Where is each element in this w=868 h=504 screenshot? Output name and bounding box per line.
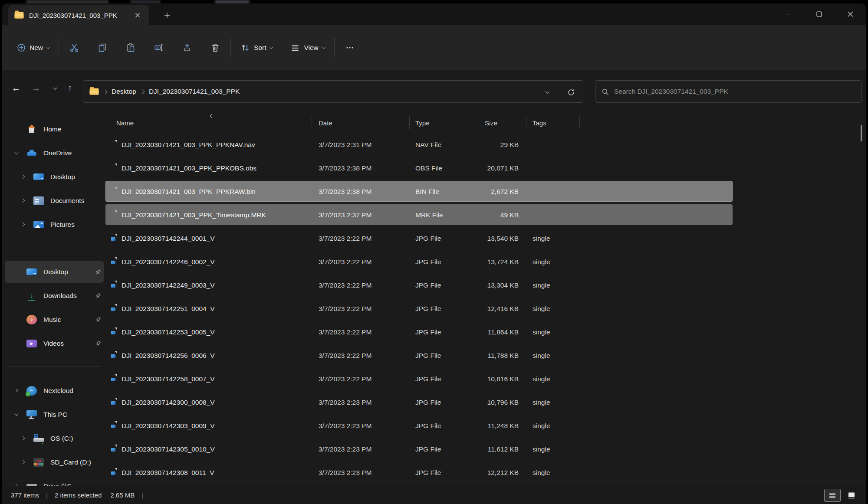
sidebar-item-desktop[interactable]: Desktop	[2, 260, 107, 284]
sidebar-item-music[interactable]: Music	[2, 308, 107, 331]
file-row[interactable]: DJI_20230307142305_0010_V3/7/2023 2:23 P…	[102, 438, 866, 461]
chevron-down-icon	[322, 45, 326, 49]
file-row[interactable]: DJI_202303071421_003_PPK_Timestamp.MRK3/…	[102, 203, 866, 227]
column-separator[interactable]	[579, 116, 580, 129]
sidebar-item-nextcloud[interactable]: Nextcloud	[2, 379, 107, 403]
column-separator[interactable]	[526, 116, 526, 129]
vertical-scrollbar-thumb[interactable]	[861, 125, 862, 141]
sidebar-item-os-c[interactable]: OS (C:)	[2, 426, 107, 450]
file-date-cell: 3/7/2023 2:23 PM	[319, 461, 372, 484]
status-divider: |	[141, 491, 143, 499]
column-separator[interactable]	[312, 116, 312, 129]
chevron-slot	[12, 151, 20, 154]
osdrive-icon	[33, 438, 44, 442]
address-dropdown-chevron-icon[interactable]	[545, 89, 549, 94]
file-row[interactable]: DJI_202303071421_003_PPK_PPKNAV.nav3/7/2…	[102, 133, 866, 157]
thumbnails-view-button[interactable]	[843, 489, 860, 502]
more-options-button[interactable]	[340, 36, 360, 59]
expand-chevron-icon[interactable]	[13, 389, 18, 393]
details-view-button[interactable]	[824, 489, 841, 502]
file-row[interactable]: DJI_20230307142300_0008_V3/7/2023 2:23 P…	[102, 391, 866, 414]
close-window-button[interactable]	[835, 3, 866, 24]
status-bar: 377 items | 2 items selected 2.65 MB |	[2, 486, 866, 504]
sidebar-item-desktop[interactable]: Desktop	[2, 165, 107, 189]
refresh-button[interactable]	[565, 86, 578, 99]
view-button[interactable]: View	[286, 36, 329, 59]
rename-button[interactable]: A	[149, 36, 169, 59]
search-input[interactable]	[614, 88, 855, 95]
pin-icon	[95, 317, 101, 323]
new-button[interactable]: New	[13, 36, 53, 59]
sidebar-item-home[interactable]: Home	[2, 117, 107, 141]
maximize-button[interactable]	[803, 3, 835, 24]
file-row[interactable]: DJI_20230307142303_0009_V3/7/2023 2:23 P…	[102, 414, 866, 438]
sidebar-item-label: Drive (\\S	[43, 482, 72, 486]
expand-chevron-icon[interactable]	[20, 175, 25, 179]
file-date-cell: 3/7/2023 2:22 PM	[319, 367, 372, 391]
paste-button[interactable]	[121, 36, 141, 59]
delete-button[interactable]	[205, 36, 225, 59]
expand-chevron-icon[interactable]	[14, 412, 18, 416]
column-separator[interactable]	[409, 116, 410, 129]
column-separator[interactable]	[479, 116, 479, 129]
breadcrumb-segment-current[interactable]: DJI_202303071421_003_PPK	[149, 88, 240, 95]
sidebar-item-pictures[interactable]: Pictures	[2, 213, 107, 236]
sidebar-item-onedrive[interactable]: OneDrive	[2, 141, 107, 165]
minimize-button[interactable]	[772, 3, 803, 24]
file-size-cell: 10,796 KB	[432, 391, 519, 414]
file-row[interactable]: DJI_20230307142249_0003_V3/7/2023 2:22 P…	[102, 274, 866, 297]
column-header-size[interactable]: Size	[485, 112, 497, 133]
file-row[interactable]: DJI_20230307142251_0004_V3/7/2023 2:22 P…	[102, 297, 866, 321]
file-row[interactable]: DJI_20230307142253_0005_V3/7/2023 2:22 P…	[102, 321, 866, 344]
file-name-cell: DJI_202303071421_003_PPK_PPKRAW.bin	[122, 180, 256, 203]
chevron-slot	[19, 199, 26, 202]
expand-chevron-icon[interactable]	[14, 150, 18, 154]
column-header-type[interactable]: Type	[415, 112, 430, 133]
sidebar-item-documents[interactable]: Documents	[2, 189, 107, 213]
forward-button[interactable]: →	[27, 79, 45, 97]
up-button[interactable]: ↑	[61, 79, 79, 97]
sort-ascending-icon	[210, 114, 214, 118]
pin-icon	[95, 293, 101, 299]
recent-locations-button[interactable]	[46, 79, 63, 97]
file-size-cell: 13,304 KB	[432, 274, 519, 297]
column-header-date[interactable]: Date	[319, 112, 332, 133]
chevron-slot	[19, 461, 26, 464]
cut-button[interactable]	[64, 36, 84, 59]
file-row[interactable]: DJI_20230307142308_0011_V3/7/2023 2:23 P…	[102, 461, 866, 484]
file-row[interactable]: DJI_202303071421_003_PPK_PPKOBS.obs3/7/2…	[102, 157, 866, 180]
share-button[interactable]	[177, 36, 197, 59]
expand-chevron-icon[interactable]	[20, 199, 25, 203]
file-date-cell: 3/7/2023 2:22 PM	[319, 227, 372, 250]
file-row[interactable]: DJI_20230307142256_0006_V3/7/2023 2:22 P…	[102, 344, 866, 367]
copy-button[interactable]	[92, 36, 112, 59]
column-header-tags[interactable]: Tags	[533, 112, 546, 133]
sidebar-item-this-pc[interactable]: This PC	[2, 403, 107, 426]
breadcrumb-segment-desktop[interactable]: Desktop	[112, 88, 136, 95]
address-bar[interactable]: Desktop DJI_202303071421_003_PPK	[83, 80, 583, 103]
title-bar: DJI_202303071421_003_PPK	[2, 3, 866, 25]
file-row[interactable]: DJI_20230307142244_0001_V3/7/2023 2:22 P…	[102, 227, 866, 250]
expand-chevron-icon[interactable]	[20, 436, 25, 441]
back-button[interactable]: ←	[7, 79, 25, 97]
file-row[interactable]: DJI_202303071421_003_PPK_PPKRAW.bin3/7/2…	[102, 180, 866, 203]
sort-button[interactable]: Sort	[236, 36, 276, 59]
sidebar-item-sd-card-d[interactable]: SD_Card (D:)	[2, 450, 107, 474]
expand-chevron-icon[interactable]	[20, 460, 25, 465]
sidebar-item-videos[interactable]: Videos	[2, 331, 107, 355]
file-row[interactable]: DJI_20230307142246_0002_V3/7/2023 2:22 P…	[102, 250, 866, 274]
sidebar-item-drive-s[interactable]: Drive (\\S	[2, 474, 107, 486]
paste-icon	[126, 43, 135, 52]
sidebar-item-label: OneDrive	[43, 149, 72, 157]
large-thumbnails-view-icon	[848, 492, 855, 499]
file-explorer-window: DJI_202303071421_003_PPK New	[2, 3, 866, 504]
tab-close-button[interactable]	[132, 10, 143, 21]
search-box[interactable]	[595, 80, 861, 103]
sidebar-item-downloads[interactable]: Downloads	[2, 284, 107, 308]
new-tab-button[interactable]	[159, 8, 175, 23]
file-row[interactable]: DJI_20230307142258_0007_V3/7/2023 2:22 P…	[102, 367, 866, 391]
column-header-name[interactable]: Name	[116, 112, 134, 133]
expand-chevron-icon[interactable]	[20, 223, 25, 227]
explorer-tab[interactable]: DJI_202303071421_003_PPK	[8, 5, 149, 25]
pictures-icon	[33, 221, 44, 228]
